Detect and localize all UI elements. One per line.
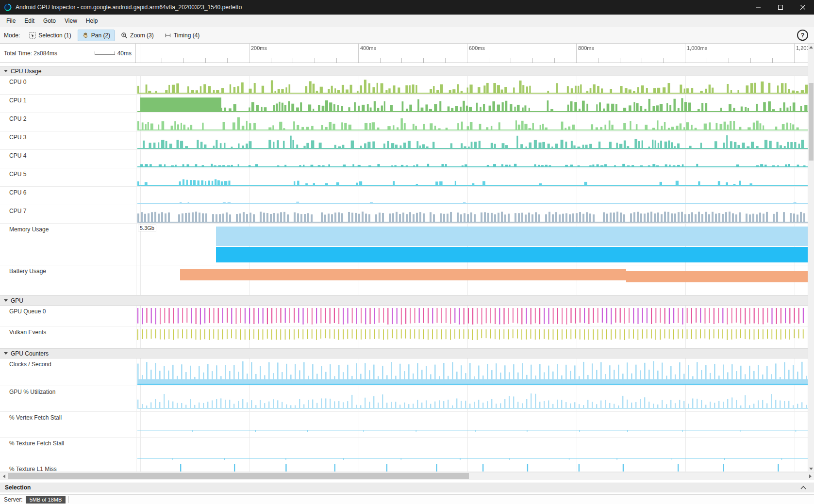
- group-header-gpu-counters[interactable]: GPU Counters: [0, 348, 814, 358]
- scroll-up-arrow[interactable]: [808, 44, 814, 50]
- track-chart[interactable]: [136, 463, 808, 471]
- timeline-ruler[interactable]: [136, 44, 808, 63]
- track-chart[interactable]: [136, 326, 808, 348]
- track-chart-area[interactable]: 5.3Gb: [136, 224, 814, 265]
- close-icon: [800, 5, 805, 10]
- selection-panel-title: Selection: [5, 484, 31, 491]
- track-label: CPU 6: [0, 187, 136, 205]
- track-label: GPU Queue 0: [0, 306, 136, 326]
- track-chart-area[interactable]: [136, 412, 814, 437]
- horizontal-scrollbar-thumb[interactable]: [8, 473, 469, 479]
- track-chart-area[interactable]: [136, 168, 814, 186]
- scale-bar-icon: [95, 51, 115, 55]
- toolbar-button-zoom[interactable]: Zoom (3): [116, 30, 158, 41]
- track-chart[interactable]: [136, 205, 808, 223]
- track-row-gpu-queue-0: GPU Queue 0: [0, 306, 814, 326]
- track-label: CPU 1: [0, 95, 136, 113]
- track-chart[interactable]: [136, 386, 808, 411]
- ruler-left-panel: Total Time: 2s084ms 40ms: [0, 44, 136, 63]
- track-label: CPU 0: [0, 76, 136, 94]
- menu-item-file[interactable]: File: [2, 16, 20, 26]
- timeline-area: Total Time: 2s084ms 40ms CPU UsageCPU 0C…: [0, 44, 814, 472]
- menu-item-edit[interactable]: Edit: [20, 16, 39, 26]
- toolbar-button-timing[interactable]: Timing (4): [160, 30, 204, 41]
- track-chart-area[interactable]: [136, 205, 814, 223]
- track-chart[interactable]: [136, 224, 808, 265]
- mode-toolbar: Mode: Selection (1)Pan (2)Zoom (3)Timing…: [0, 27, 814, 44]
- scroll-down-arrow[interactable]: [808, 465, 814, 472]
- track-chart-area[interactable]: [136, 326, 814, 348]
- track-chart-area[interactable]: [136, 113, 814, 131]
- track-chart-area[interactable]: [136, 358, 814, 386]
- scale-label: 40ms: [117, 50, 132, 57]
- group-label: GPU Counters: [11, 350, 49, 357]
- close-button[interactable]: [792, 0, 814, 15]
- server-memory-badge: 5MB of 18MB: [26, 496, 66, 504]
- collapse-arrow-icon[interactable]: [4, 299, 8, 302]
- scale-widget: 40ms: [95, 50, 132, 57]
- track-chart-area[interactable]: [136, 306, 814, 326]
- track-label: CPU 3: [0, 131, 136, 149]
- track-chart-area[interactable]: [136, 187, 814, 205]
- scroll-left-arrow[interactable]: [0, 472, 8, 480]
- group-header-gpu[interactable]: GPU: [0, 295, 814, 306]
- minimize-icon: [756, 5, 761, 10]
- expand-panel-button[interactable]: [800, 486, 806, 489]
- track-chart[interactable]: [136, 95, 808, 113]
- track-row-cpu-7: CPU 7: [0, 205, 814, 224]
- track-chart[interactable]: [136, 438, 808, 463]
- track-chart-area[interactable]: [136, 386, 814, 411]
- chevron-up-icon: [800, 486, 806, 489]
- track-chart-area[interactable]: [136, 150, 814, 168]
- track-row-cpu-6: CPU 6: [0, 187, 814, 205]
- group-header-cpu-usage[interactable]: CPU Usage: [0, 66, 814, 76]
- track-label: CPU 2: [0, 113, 136, 131]
- scroll-right-arrow[interactable]: [806, 472, 814, 480]
- track-chart-area[interactable]: [136, 463, 814, 471]
- track-row-cpu-2: CPU 2: [0, 113, 814, 131]
- selection-panel-header[interactable]: Selection: [0, 483, 814, 492]
- group-label: CPU Usage: [11, 68, 41, 75]
- track-row-memory-usage: Memory Usage5.3Gb: [0, 224, 814, 265]
- track-chart[interactable]: [136, 76, 808, 94]
- memory-value-label: 5.3Gb: [138, 225, 156, 231]
- toolbar-button-pan[interactable]: Pan (2): [78, 30, 115, 41]
- track-chart[interactable]: [136, 131, 808, 149]
- track-chart-area[interactable]: [136, 265, 814, 295]
- collapse-arrow-icon[interactable]: [4, 70, 8, 72]
- toolbar-button-selection[interactable]: Selection (1): [25, 30, 75, 41]
- track-chart-area[interactable]: [136, 95, 814, 113]
- track-row--texture-l1-miss: % Texture L1 Miss: [0, 463, 814, 472]
- track-chart[interactable]: [136, 168, 808, 186]
- track-row-vulkan-events: Vulkan Events: [0, 326, 814, 348]
- track-chart[interactable]: [136, 412, 808, 437]
- menu-item-help[interactable]: Help: [82, 16, 102, 26]
- minimize-button[interactable]: [747, 0, 769, 15]
- maximize-button[interactable]: [769, 0, 792, 15]
- menu-item-view[interactable]: View: [60, 16, 82, 26]
- server-label: Server:: [4, 496, 23, 503]
- track-chart-area[interactable]: [136, 76, 814, 94]
- track-chart[interactable]: [136, 187, 808, 205]
- track-label: Memory Usage: [0, 224, 136, 265]
- track-row-cpu-1: CPU 1: [0, 95, 814, 113]
- window-title: Android GPU Inspector - com.google.andro…: [16, 4, 242, 11]
- track-chart[interactable]: [136, 358, 808, 386]
- zoom-icon: [121, 32, 128, 39]
- collapse-arrow-icon[interactable]: [4, 352, 8, 355]
- track-chart[interactable]: [136, 113, 808, 131]
- track-chart[interactable]: [136, 150, 808, 168]
- track-chart[interactable]: [136, 306, 808, 326]
- track-label: CPU 7: [0, 205, 136, 223]
- track-chart-area[interactable]: [136, 131, 814, 149]
- track-row--texture-fetch-stall: % Texture Fetch Stall: [0, 438, 814, 463]
- vertical-scrollbar[interactable]: [808, 44, 814, 472]
- track-chart-area[interactable]: [136, 438, 814, 463]
- track-chart[interactable]: [136, 265, 808, 295]
- menu-item-goto[interactable]: Goto: [39, 16, 60, 26]
- vertical-scrollbar-thumb[interactable]: [809, 83, 814, 161]
- track-row-battery-usage: Battery Usage: [0, 265, 814, 295]
- horizontal-scrollbar[interactable]: [0, 472, 814, 480]
- help-button[interactable]: ?: [797, 30, 808, 41]
- selection-icon: [29, 32, 36, 39]
